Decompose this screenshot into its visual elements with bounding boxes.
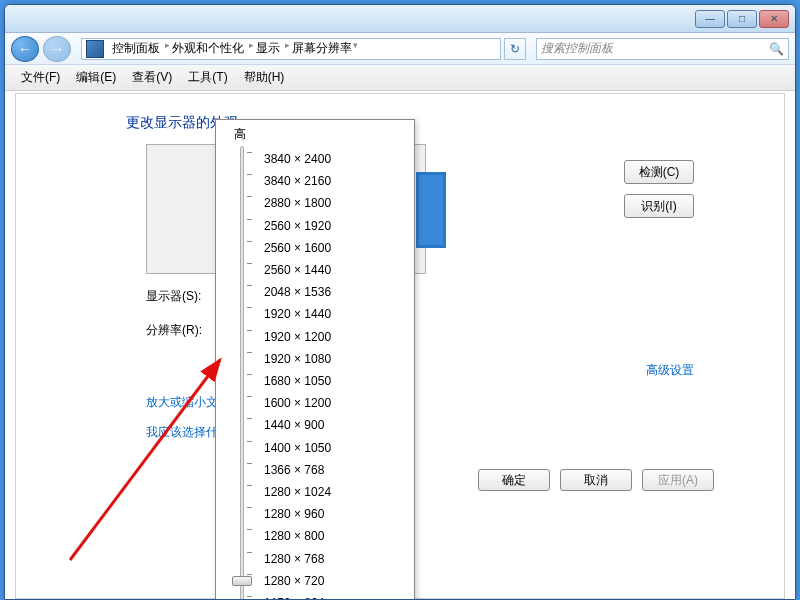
slider-thumb[interactable]: [232, 576, 252, 586]
slider-track[interactable]: [240, 146, 244, 600]
menu-edit[interactable]: 编辑(E): [68, 65, 124, 90]
resolution-slider[interactable]: [230, 146, 254, 600]
resolution-option[interactable]: 1920 × 1080: [264, 348, 331, 370]
forward-button[interactable]: →: [43, 36, 71, 62]
menu-help[interactable]: 帮助(H): [236, 65, 293, 90]
breadcrumb-seg[interactable]: 屏幕分辨率: [288, 40, 360, 57]
display-label: 显示器(S):: [146, 288, 201, 305]
menu-view[interactable]: 查看(V): [124, 65, 180, 90]
resolution-option[interactable]: 1440 × 900: [264, 414, 331, 436]
resolution-option[interactable]: 2560 × 1920: [264, 215, 331, 237]
resolution-high-label: 高: [216, 120, 414, 145]
close-button[interactable]: ✕: [759, 10, 789, 28]
breadcrumb-seg[interactable]: 显示: [252, 40, 288, 57]
titlebar: — □ ✕: [5, 5, 795, 33]
cancel-button[interactable]: 取消: [560, 469, 632, 491]
identify-button[interactable]: 识别(I): [624, 194, 694, 218]
menubar: 文件(F) 编辑(E) 查看(V) 工具(T) 帮助(H): [5, 65, 795, 91]
control-panel-icon: [86, 40, 104, 58]
resolution-list: 3840 × 24003840 × 21602880 × 18002560 × …: [264, 148, 331, 600]
window-frame: — □ ✕ ← → 控制面板 外观和个性化 显示 屏幕分辨率 ↻ 搜索控制面板 …: [4, 4, 796, 600]
advanced-settings-link[interactable]: 高级设置: [646, 362, 694, 379]
search-input[interactable]: 搜索控制面板 🔍: [536, 38, 789, 60]
dialog-buttons: 确定 取消 应用(A): [478, 469, 714, 491]
breadcrumb-seg[interactable]: 外观和个性化: [168, 40, 252, 57]
resolution-option[interactable]: 1280 × 960: [264, 503, 331, 525]
resolution-option[interactable]: 1280 × 768: [264, 548, 331, 570]
resolution-option[interactable]: 1920 × 1440: [264, 303, 331, 325]
breadcrumb[interactable]: 控制面板 外观和个性化 显示 屏幕分辨率: [81, 38, 501, 60]
resolution-option[interactable]: 1600 × 1200: [264, 392, 331, 414]
resolution-option[interactable]: 1366 × 768: [264, 459, 331, 481]
resolution-option[interactable]: 1280 × 800: [264, 525, 331, 547]
monitor-highlight-box: [416, 172, 446, 248]
minimize-button[interactable]: —: [695, 10, 725, 28]
navbar: ← → 控制面板 外观和个性化 显示 屏幕分辨率 ↻ 搜索控制面板 🔍: [5, 33, 795, 65]
menu-tools[interactable]: 工具(T): [180, 65, 235, 90]
resolution-option[interactable]: 2048 × 1536: [264, 281, 331, 303]
resolution-option[interactable]: 1680 × 1050: [264, 370, 331, 392]
detect-button[interactable]: 检测(C): [624, 160, 694, 184]
resolution-option[interactable]: 3840 × 2400: [264, 148, 331, 170]
resolution-option[interactable]: 1280 × 720: [264, 570, 331, 592]
resolution-option[interactable]: 1400 × 1050: [264, 437, 331, 459]
resolution-label: 分辨率(R):: [146, 322, 202, 339]
resolution-option[interactable]: 2560 × 1600: [264, 237, 331, 259]
resolution-option[interactable]: 3840 × 2160: [264, 170, 331, 192]
search-icon[interactable]: 🔍: [769, 42, 784, 56]
back-button[interactable]: ←: [11, 36, 39, 62]
resolution-option[interactable]: 1280 × 1024: [264, 481, 331, 503]
ok-button[interactable]: 确定: [478, 469, 550, 491]
maximize-button[interactable]: □: [727, 10, 757, 28]
resolution-option[interactable]: 1152 × 864: [264, 592, 331, 600]
refresh-button[interactable]: ↻: [504, 38, 526, 60]
menu-file[interactable]: 文件(F): [13, 65, 68, 90]
breadcrumb-seg[interactable]: 控制面板: [108, 40, 168, 57]
apply-button[interactable]: 应用(A): [642, 469, 714, 491]
resolution-option[interactable]: 1920 × 1200: [264, 326, 331, 348]
resolution-dropdown[interactable]: 高 3840 × 24003840 × 21602880 × 18002560 …: [215, 119, 415, 600]
resolution-option[interactable]: 2560 × 1440: [264, 259, 331, 281]
search-placeholder: 搜索控制面板: [541, 40, 613, 57]
resolution-option[interactable]: 2880 × 1800: [264, 192, 331, 214]
